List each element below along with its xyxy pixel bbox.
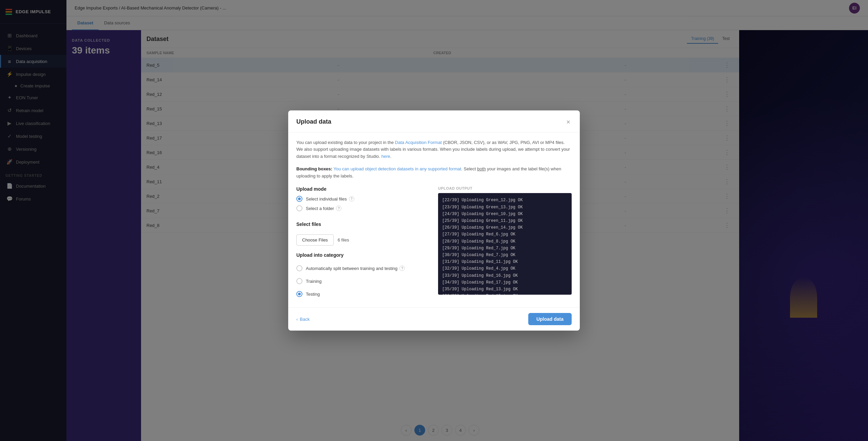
radio-auto-split-indicator bbox=[296, 265, 302, 271]
choose-files-button[interactable]: Choose Files bbox=[296, 234, 334, 246]
back-label: Back bbox=[300, 317, 310, 322]
upload-data-button[interactable]: Upload data bbox=[528, 313, 572, 325]
upload-mode-section: Upload mode Select individual files ? bbox=[296, 186, 430, 215]
radio-testing-indicator bbox=[296, 291, 302, 297]
files-count-label: 6 files bbox=[338, 237, 349, 243]
radio-individual-label-group: Select individual files ? bbox=[306, 196, 354, 202]
output-line: [24/39] Uploading Green_10.jpg OK bbox=[442, 211, 568, 217]
back-arrow-icon: ‹ bbox=[296, 317, 298, 322]
output-line: [35/39] Uploading Red_13.jpg OK bbox=[442, 286, 568, 293]
output-line: [32/39] Uploading Red_4.jpg OK bbox=[442, 266, 568, 272]
radio-folder-label-group: Select a folder ? bbox=[306, 206, 341, 211]
modal-footer: ‹ Back Upload data bbox=[288, 307, 580, 331]
radio-testing[interactable]: Testing bbox=[296, 291, 430, 297]
radio-training[interactable]: Training bbox=[296, 278, 430, 284]
output-line: [25/39] Uploading Green_11.jpg OK bbox=[442, 218, 568, 224]
modal-close-button[interactable]: × bbox=[565, 117, 572, 127]
radio-auto-split[interactable]: Automatically split between training and… bbox=[296, 265, 430, 271]
radio-folder[interactable]: Select a folder ? bbox=[296, 205, 430, 211]
radio-training-indicator bbox=[296, 278, 302, 284]
upload-output-label: Upload output bbox=[438, 186, 572, 190]
upload-modal: Upload data × You can upload existing da… bbox=[288, 110, 580, 331]
radio-auto-split-label-group: Automatically split between training and… bbox=[306, 266, 405, 271]
output-line: [36/39] Uploading Red_15.jpg OK bbox=[442, 293, 568, 295]
modal-two-col: Upload mode Select individual files ? bbox=[296, 186, 572, 300]
file-chooser-row: Choose Files 6 files bbox=[296, 234, 430, 246]
output-line: [22/39] Uploading Green_12.jpg OK bbox=[442, 197, 568, 204]
help-icon-individual[interactable]: ? bbox=[349, 196, 354, 202]
radio-training-label: Training bbox=[306, 279, 321, 284]
radio-auto-split-label: Automatically split between training and… bbox=[306, 266, 397, 271]
modal-left-col: Upload mode Select individual files ? bbox=[296, 186, 430, 300]
data-acquisition-format-link[interactable]: Data Acquisition Format bbox=[395, 140, 442, 145]
select-files-section: Select files Choose Files 6 files bbox=[296, 222, 430, 246]
radio-folder-indicator bbox=[296, 205, 302, 211]
back-button[interactable]: ‹ Back bbox=[296, 317, 310, 322]
modal-right-col: Upload output [22/39] Uploading Green_12… bbox=[438, 186, 572, 300]
output-line: [23/39] Uploading Green_13.jpg OK bbox=[442, 204, 568, 211]
radio-individual-indicator bbox=[296, 196, 302, 202]
upload-output-console: [22/39] Uploading Green_12.jpg OK [23/39… bbox=[438, 193, 572, 295]
modal-bboxes: Bounding boxes: You can upload object de… bbox=[296, 166, 572, 180]
modal-header: Upload data × bbox=[288, 110, 580, 132]
radio-folder-label: Select a folder bbox=[306, 206, 334, 211]
upload-mode-title: Upload mode bbox=[296, 186, 430, 192]
radio-testing-label: Testing bbox=[306, 292, 320, 297]
output-line: [33/39] Uploading Red_16.jpg OK bbox=[442, 273, 568, 279]
output-line: [29/39] Uploading Red_7.jpg OK bbox=[442, 245, 568, 252]
radio-individual-label: Select individual files bbox=[306, 196, 347, 202]
upload-into-category-section: Upload into category Automatically split… bbox=[296, 252, 430, 300]
output-line: [30/39] Uploading Red_7.jpg OK bbox=[442, 252, 568, 258]
upload-into-category-title: Upload into category bbox=[296, 252, 430, 258]
output-line: [28/39] Uploading Red_8.jpg OK bbox=[442, 238, 568, 245]
modal-overlay: Upload data × You can upload existing da… bbox=[0, 0, 868, 441]
here-link[interactable]: here bbox=[381, 154, 390, 159]
output-line: [27/39] Uploading Red_6.jpg OK bbox=[442, 231, 568, 238]
modal-description: You can upload existing data to your pro… bbox=[296, 139, 572, 160]
help-icon-folder[interactable]: ? bbox=[336, 206, 341, 211]
select-files-title: Select files bbox=[296, 222, 430, 227]
output-line: [26/39] Uploading Green_14.jpg OK bbox=[442, 225, 568, 231]
modal-body: You can upload existing data to your pro… bbox=[288, 132, 580, 308]
help-icon-auto-split[interactable]: ? bbox=[399, 266, 405, 271]
radio-individual-files[interactable]: Select individual files ? bbox=[296, 196, 430, 202]
output-line: [31/39] Uploading Red_11.jpg OK bbox=[442, 259, 568, 265]
supported-format-link[interactable]: You can upload object detection datasets… bbox=[334, 166, 462, 171]
modal-title: Upload data bbox=[296, 118, 331, 125]
output-line: [34/39] Uploading Red_17.jpg OK bbox=[442, 279, 568, 286]
